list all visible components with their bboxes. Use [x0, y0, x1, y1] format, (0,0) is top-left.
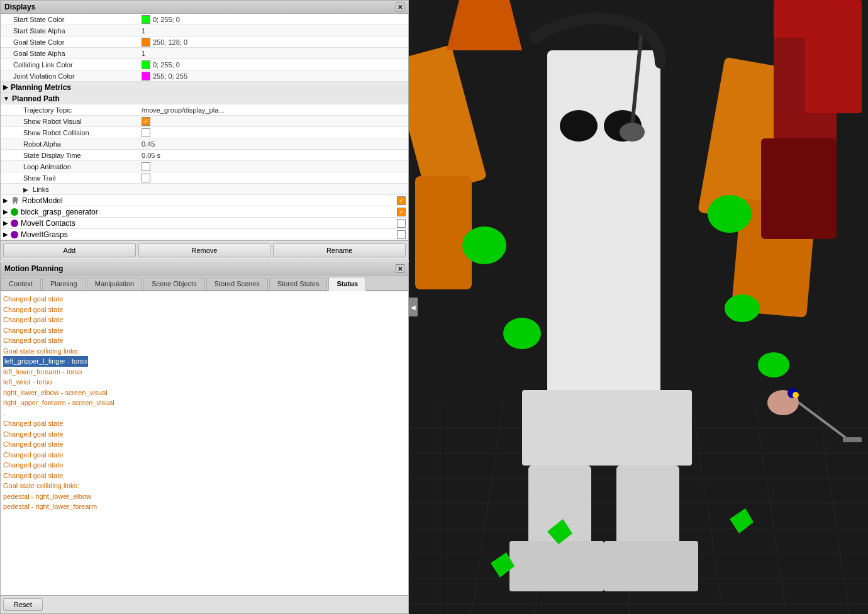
trajectory-topic-label: Trajectory Topic [3, 106, 142, 114]
planning-metrics-label: Planning Metrics [11, 83, 71, 92]
block-grasp-label: block_grasp_generator [21, 208, 397, 216]
show-trail-checkbox[interactable] [142, 174, 150, 182]
moveit-contacts-label: MoveIt Contacts [21, 219, 397, 228]
svg-marker-49 [447, 0, 522, 50]
planned-path-label: Planned Path [12, 94, 60, 103]
motion-planning-close-button[interactable]: ✕ [396, 264, 404, 273]
moveit-grasps-icon [11, 231, 18, 238]
tab-manipulation[interactable]: Manipulation [87, 277, 142, 290]
viewport-bg: ◀ [409, 0, 868, 614]
planned-path-arrow[interactable]: ▼ [3, 95, 9, 102]
displays-toolbar: Add Remove Rename [1, 240, 408, 260]
colliding-link-color-row: Colliding Link Color 0; 255; 0 [1, 59, 408, 70]
block-grasp-checkbox[interactable]: ✓ [397, 208, 406, 216]
collapse-viewport-arrow[interactable]: ◀ [409, 298, 418, 316]
state-display-time-row: State Display Time 0.05 s [1, 150, 408, 161]
links-arrow[interactable]: ▶ [23, 186, 28, 193]
goal-state-color-swatch[interactable] [142, 38, 150, 47]
start-state-alpha-value: 1 [142, 27, 406, 35]
svg-point-43 [620, 123, 645, 142]
joint-violation-color-value: 255; 0; 255 [142, 72, 406, 81]
svg-point-21 [560, 110, 598, 142]
show-robot-collision-value[interactable] [142, 128, 406, 137]
rename-button[interactable]: Rename [273, 243, 406, 257]
goal-state-alpha-value: 1 [142, 50, 406, 57]
joint-violation-color-swatch[interactable] [142, 72, 150, 81]
colliding-link-color-swatch[interactable] [142, 60, 150, 69]
moveit-grasps-expand-arrow[interactable]: ▶ [3, 231, 8, 238]
svg-rect-2 [16, 202, 17, 204]
moveit-contacts-expand-arrow[interactable]: ▶ [3, 220, 8, 226]
status-line-16: Changed goal state [3, 460, 406, 471]
show-robot-collision-checkbox[interactable] [142, 128, 150, 137]
block-grasp-icon [11, 208, 18, 216]
goal-state-alpha-label: Goal State Alpha [3, 50, 142, 57]
loop-animation-checkbox[interactable] [142, 162, 150, 171]
displays-close-button[interactable]: ✕ [396, 3, 404, 11]
robot-alpha-label: Robot Alpha [3, 140, 142, 148]
svg-rect-51 [774, 38, 805, 113]
show-robot-visual-value[interactable]: ✓ [142, 117, 406, 126]
show-trail-value[interactable] [142, 174, 406, 182]
planning-metrics-arrow[interactable]: ▶ [3, 84, 8, 91]
status-content: Changed goal state Changed goal state Ch… [1, 291, 408, 595]
start-state-color-row: Start State Color 0; 255; 0 [1, 14, 408, 25]
tab-scene-objects[interactable]: Scene Objects [143, 277, 205, 290]
block-grasp-expand-arrow[interactable]: ▶ [3, 208, 8, 215]
status-line-8: left_wrist - torso [3, 377, 406, 388]
svg-rect-20 [547, 50, 660, 415]
robot-model-expand-arrow[interactable]: ▶ [3, 197, 8, 204]
tab-context[interactable]: Context [1, 277, 41, 290]
tab-stored-states[interactable]: Stored States [269, 277, 328, 290]
reset-button[interactable]: Reset [3, 598, 43, 611]
status-line-7: left_lower_forearm - torso [3, 367, 406, 377]
svg-rect-3 [14, 197, 16, 198]
add-button[interactable]: Add [3, 243, 136, 257]
planned-path-header: ▼ Planned Path [1, 93, 408, 104]
status-line-0: Changed goal state [3, 294, 406, 304]
joint-violation-color-row: Joint Violation Color 255; 0; 255 [1, 70, 408, 82]
remove-button[interactable]: Remove [138, 243, 271, 257]
status-line-19: pedestal - right_lower_elbow [3, 491, 406, 502]
svg-rect-29 [415, 176, 472, 289]
links-row: ▶ Links [1, 184, 408, 195]
trajectory-topic-value: /move_group/display_pla... [142, 106, 406, 114]
status-line-15: Changed goal state [3, 450, 406, 460]
moveit-grasps-checkbox[interactable] [397, 230, 406, 239]
motion-planning-footer: Reset [1, 595, 408, 613]
tab-status[interactable]: Status [328, 277, 366, 291]
block-grasp-generator-row[interactable]: ▶ block_grasp_generator ✓ [1, 206, 408, 218]
svg-point-36 [708, 195, 752, 233]
moveit-grasps-row[interactable]: ▶ MoveItGrasps [1, 229, 408, 240]
tab-planning[interactable]: Planning [42, 277, 86, 290]
robot-model-row[interactable]: ▶ RobotModel ✓ [1, 195, 408, 206]
robot-model-icon [11, 196, 19, 205]
status-line-17: Changed goal state [3, 471, 406, 481]
start-state-alpha-label: Start State Alpha [3, 27, 142, 35]
motion-planning-section: Motion Planning ✕ Context Planning Manip… [0, 262, 409, 614]
show-trail-row: Show Trail [1, 172, 408, 184]
robot-model-label: RobotModel [22, 196, 397, 205]
status-line-9: right_lower_elbow - screen_visual [3, 388, 406, 398]
viewport-canvas[interactable] [409, 0, 868, 614]
svg-rect-0 [13, 198, 18, 202]
displays-titlebar: Displays ✕ [1, 1, 408, 14]
svg-rect-26 [509, 541, 604, 591]
moveit-contacts-checkbox[interactable] [397, 219, 406, 228]
show-robot-visual-checkbox[interactable]: ✓ [142, 117, 150, 126]
joint-violation-color-label: Joint Violation Color [3, 72, 142, 80]
start-state-alpha-row: Start State Alpha 1 [1, 25, 408, 36]
start-state-color-swatch[interactable] [142, 15, 150, 24]
status-line-2: Changed goal state [3, 315, 406, 325]
loop-animation-value[interactable] [142, 162, 406, 171]
robot-model-checkbox[interactable]: ✓ [397, 196, 406, 205]
status-line-20: pedestal - right_lower_forearm [3, 501, 406, 512]
moveit-contacts-row[interactable]: ▶ MoveIt Contacts [1, 218, 408, 229]
show-robot-visual-label: Show Robot Visual [3, 118, 142, 125]
loop-animation-row: Loop Animation [1, 161, 408, 172]
start-state-color-value: 0; 255; 0 [142, 15, 406, 24]
colliding-link-color-label: Colliding Link Color [3, 61, 142, 69]
tab-stored-scenes[interactable]: Stored Scenes [206, 277, 268, 290]
trajectory-topic-row: Trajectory Topic /move_group/display_pla… [1, 104, 408, 116]
svg-rect-48 [843, 437, 862, 442]
